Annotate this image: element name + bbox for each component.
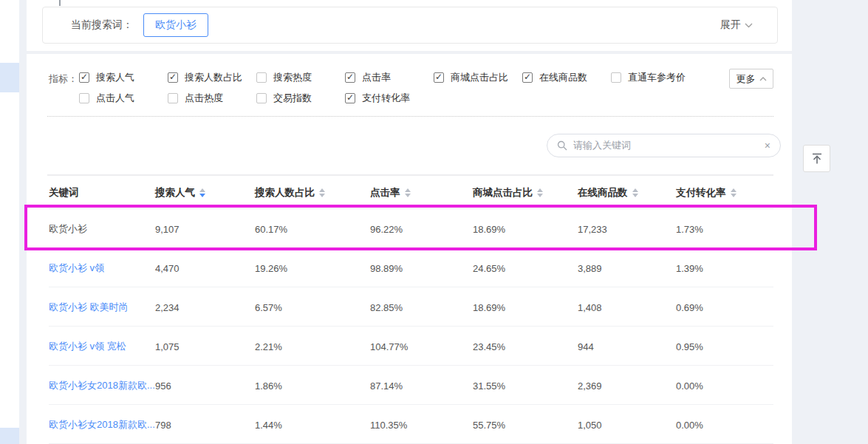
keyword-link[interactable]: 欧货小衫 v领 宽松 — [49, 340, 126, 353]
checkbox[interactable] — [522, 72, 533, 83]
value-cell: 0.00% — [676, 419, 703, 430]
current-search-label: 当前搜索词： — [71, 18, 133, 32]
value-cell: 31.55% — [473, 380, 505, 391]
value-cell: 18.69% — [473, 223, 505, 234]
checkbox[interactable] — [256, 93, 267, 103]
keyword-cell: 欧货小衫 — [49, 222, 87, 236]
column-header-searcher-share[interactable]: 搜索人数占比 — [255, 186, 325, 199]
table-row: 欧货小衫女2018新款欧... 798 1.44% 110.35% 55.75%… — [27, 405, 792, 444]
value-cell: 23.45% — [473, 341, 505, 352]
column-header-online-products[interactable]: 在线商品数 — [578, 186, 638, 199]
keyword-table: 关键词 搜索人气 搜索人数占比 点击率 商城点击占比 在线商品数 — [27, 176, 792, 444]
search-term-button[interactable]: 欧货小衫 — [143, 13, 208, 37]
value-cell: 944 — [578, 341, 594, 352]
value-cell: 1,050 — [578, 419, 602, 430]
metric-label: 点击热度 — [185, 92, 223, 105]
metric-label: 点击率 — [362, 71, 391, 84]
value-cell: 24.65% — [473, 262, 505, 273]
value-cell: 60.17% — [255, 223, 287, 234]
sort-icon[interactable] — [537, 188, 543, 197]
value-cell: 110.35% — [370, 419, 407, 430]
sort-icon[interactable] — [319, 188, 325, 197]
value-cell: 98.89% — [370, 262, 403, 273]
value-cell: 9,107 — [155, 223, 180, 234]
search-input-placeholder[interactable]: 请输入关键词 — [573, 139, 759, 152]
column-header-mall-click-share[interactable]: 商城点击占比 — [473, 186, 543, 199]
chevron-down-icon — [745, 23, 753, 28]
checkbox[interactable] — [345, 72, 355, 83]
checkbox[interactable] — [79, 72, 89, 83]
value-cell: 0.69% — [676, 301, 703, 312]
value-cell: 17,233 — [578, 223, 607, 234]
value-cell: 1.73% — [676, 223, 703, 234]
column-header-keyword: 关键词 — [49, 186, 79, 199]
keyword-search-box[interactable]: 请输入关键词 × — [547, 134, 781, 157]
metric-label: 搜索热度 — [273, 71, 312, 84]
value-cell: 1,408 — [578, 301, 602, 312]
table-row: 欧货小衫 v领 宽松 1,075 2.21% 104.77% 23.45% 94… — [27, 327, 792, 366]
value-cell: 104.77% — [370, 341, 408, 352]
metric-label: 搜索人气 — [96, 71, 134, 84]
more-metrics-button[interactable]: 更多 — [729, 69, 773, 89]
expand-label: 展开 — [720, 18, 741, 32]
checkbox[interactable] — [168, 93, 178, 103]
metric-label: 商城点击占比 — [451, 71, 508, 84]
checkbox[interactable] — [79, 93, 89, 103]
value-cell: 0.00% — [676, 380, 703, 391]
metric-checkbox-item[interactable]: 支付转化率 — [345, 92, 434, 105]
sort-icon[interactable] — [199, 188, 205, 197]
sort-icon[interactable] — [731, 188, 737, 197]
metric-label: 点击人气 — [96, 92, 134, 105]
metric-checkbox-item[interactable]: 搜索人气 — [79, 71, 168, 84]
section-divider — [27, 51, 792, 54]
value-cell: 96.22% — [370, 223, 403, 234]
checkbox[interactable] — [611, 72, 621, 83]
metric-checkbox-item[interactable]: 商城点击占比 — [434, 71, 522, 84]
value-cell: 19.26% — [255, 262, 287, 273]
metric-checkbox-item[interactable]: 直通车参考价 — [611, 71, 700, 84]
more-label: 更多 — [737, 72, 756, 86]
clear-search-icon[interactable]: × — [765, 140, 770, 151]
metrics-row-2: 点击人气 点击热度 交易指数 支付转化率 — [79, 92, 434, 105]
metric-label: 交易指数 — [273, 92, 312, 105]
value-cell: 82.85% — [370, 301, 403, 312]
metric-checkbox-item[interactable]: 点击热度 — [168, 92, 256, 105]
column-header-conversion[interactable]: 支付转化率 — [676, 186, 737, 199]
table-header-row: 关键词 搜索人气 搜索人数占比 点击率 商城点击占比 在线商品数 — [27, 176, 792, 209]
keyword-link[interactable]: 欧货小衫 v领 — [49, 262, 104, 275]
table-row: 欧货小衫 9,107 60.17% 96.22% 18.69% 17,233 1… — [27, 209, 792, 248]
sort-icon[interactable] — [632, 188, 638, 197]
back-to-top-button[interactable] — [803, 145, 830, 172]
current-search-card: 当前搜索词： 欧货小衫 展开 — [42, 7, 778, 44]
metric-label: 支付转化率 — [362, 92, 410, 105]
dotted-divider — [47, 116, 773, 117]
metric-checkbox-item[interactable]: 交易指数 — [256, 92, 345, 105]
scrollbar-artifact — [59, 0, 61, 6]
checkbox[interactable] — [256, 72, 267, 83]
column-header-search-popularity[interactable]: 搜索人气 — [155, 186, 205, 199]
checkbox[interactable] — [345, 93, 355, 103]
column-header-ctr[interactable]: 点击率 — [370, 186, 411, 199]
metric-checkbox-item[interactable]: 点击率 — [345, 71, 434, 84]
metric-checkbox-item[interactable]: 在线商品数 — [522, 71, 611, 84]
keyword-link[interactable]: 欧货小衫女2018新款欧... — [49, 418, 155, 431]
metric-checkbox-item[interactable]: 搜索人数占比 — [168, 71, 256, 84]
keyword-link[interactable]: 欧货小衫 欧美时尚 — [49, 301, 129, 314]
expand-toggle[interactable]: 展开 — [720, 18, 753, 32]
page: 当前搜索词： 欧货小衫 展开 指标： 搜索人气 搜索人数占比 搜索热度 点击率 — [0, 0, 868, 444]
sort-icon[interactable] — [405, 188, 411, 197]
value-cell: 6.57% — [255, 301, 282, 312]
metric-label: 搜索人数占比 — [185, 71, 242, 84]
left-gutter — [19, 0, 27, 444]
table-row: 欧货小衫 欧美时尚 2,234 6.57% 82.85% 18.69% 1,40… — [27, 287, 792, 327]
metrics-label: 指标： — [49, 72, 78, 86]
left-rail-highlight-bottom — [0, 428, 19, 444]
table-row: 欧货小衫 v领 4,470 19.26% 98.89% 24.65% 3,889… — [27, 248, 792, 287]
keyword-link[interactable]: 欧货小衫女2018新款欧... — [49, 379, 155, 392]
checkbox[interactable] — [168, 72, 178, 83]
metric-checkbox-item[interactable]: 点击人气 — [79, 92, 168, 105]
metric-checkbox-item[interactable]: 搜索热度 — [256, 71, 345, 84]
value-cell: 0.95% — [676, 341, 703, 352]
checkbox[interactable] — [434, 72, 444, 83]
arrow-up-to-bar-icon — [810, 151, 824, 166]
